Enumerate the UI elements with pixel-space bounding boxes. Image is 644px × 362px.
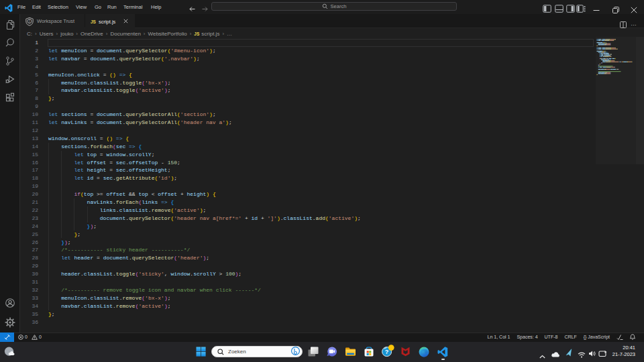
svg-text:?: ? [385, 349, 389, 355]
